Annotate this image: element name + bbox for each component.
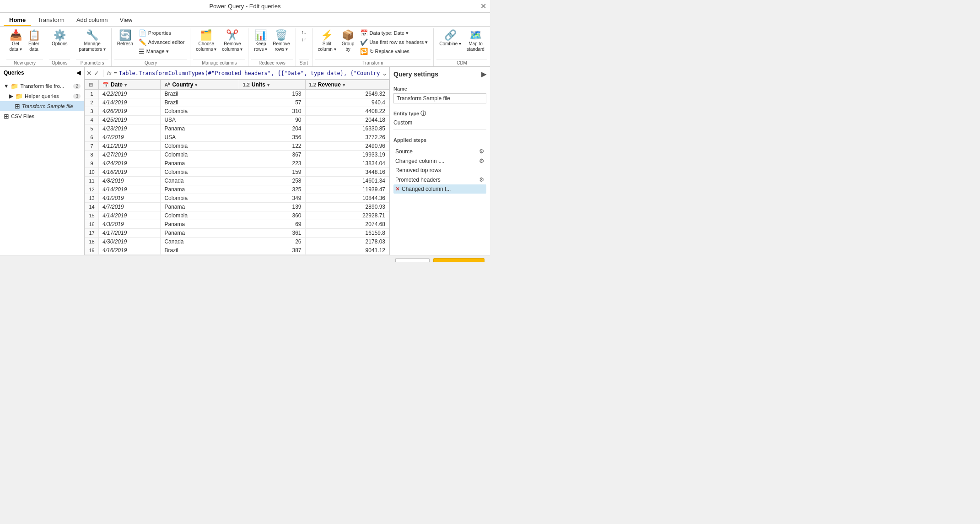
col-header-country[interactable]: Aᵇ Country ▾ [161,80,239,90]
properties-button[interactable]: 📄 Properties [136,28,188,38]
tab-view[interactable]: View [114,15,138,26]
replace-values-button[interactable]: 🔁 ↻ Replace values [357,47,431,56]
table-row[interactable]: 13 4/1/2019 Colombia 349 10844.36 [85,194,389,203]
applied-step-item[interactable]: Removed top rows [393,166,486,175]
tab-home[interactable]: Home [4,15,31,26]
cell-revenue: 11939.47 [305,185,389,194]
accept-step-icon[interactable]: ✓ [94,70,99,77]
query-item-helper-queries[interactable]: ▶ 📁 Helper queries 3 [0,91,84,101]
sort-asc-button[interactable]: ↑↓ [299,28,309,36]
combine-button[interactable]: 🔗 Combine ▾ [436,28,464,49]
table-row[interactable]: 9 4/24/2019 Panama 223 13834.04 [85,159,389,168]
table-row[interactable]: 11 4/8/2019 Canada 258 14601.34 [85,177,389,185]
revenue-filter-icon[interactable]: ▾ [343,82,345,87]
table-row[interactable]: 7 4/11/2019 Colombia 122 2490.96 [85,142,389,151]
ribbon-group-sort: ↑↓ ↓↑ Sort [296,28,312,66]
close-button[interactable]: ✕ [480,3,486,10]
split-column-button[interactable]: ⚡ Splitcolumn ▾ [315,28,339,54]
date-filter-icon[interactable]: ▾ [124,82,127,87]
applied-step-item[interactable]: Promoted headers⚙ [393,175,486,184]
query-item-transform-sample[interactable]: ⊞ Transform Sample file [0,101,84,111]
table-row[interactable]: 12 4/14/2019 Panama 325 11939.47 [85,185,389,194]
cancel-button[interactable]: Cancel [395,258,430,262]
properties-icon: 📄 [139,29,146,37]
cell-revenue: 2178.03 [305,238,389,246]
table-row[interactable]: 5 4/23/2019 Panama 204 16330.85 [85,124,389,133]
table-row[interactable]: 8 4/27/2019 Colombia 367 19933.19 [85,151,389,159]
cell-date: 4/1/2019 [99,194,161,203]
row-num: 16 [85,220,99,229]
applied-steps-list: Source⚙Changed column t...⚙Removed top r… [393,146,486,194]
data-grid-wrap[interactable]: ⊞ 📅 Date ▾ Aᵇ [85,80,389,255]
remove-rows-button[interactable]: 🗑️ Removerows ▾ [270,28,292,54]
name-field[interactable]: Transform Sample file [393,93,486,103]
map-to-standard-button[interactable]: 🗺️ Map tostandard [464,28,487,54]
table-row[interactable]: 18 4/30/2019 Canada 26 2178.03 [85,238,389,246]
cell-units: 258 [239,177,305,185]
table-row[interactable]: 1 4/22/2019 Brazil 153 2649.32 [85,90,389,98]
table-row[interactable]: 17 4/17/2019 Panama 361 16159.8 [85,229,389,238]
formula-expand-icon[interactable]: ⌄ [382,70,388,77]
table-row[interactable]: 6 4/7/2019 USA 356 3772.26 [85,133,389,142]
queries-collapse-icon[interactable]: ◀ [76,70,81,76]
sort-desc-button[interactable]: ↓↑ [299,36,309,43]
step-gear-icon[interactable]: ⚙ [479,148,485,155]
table-row[interactable]: 4 4/25/2019 USA 90 2044.18 [85,116,389,124]
remove-columns-button[interactable]: ✂️ Removecolumns ▾ [219,28,245,54]
ribbon-group-options: ⚙️ Options Options [46,28,73,66]
cell-revenue: 13834.04 [305,159,389,168]
settings-expand-icon[interactable]: ▶ [481,70,486,78]
use-first-row-button[interactable]: ✔️ Use first row as headers ▾ [357,38,431,47]
col-header-date[interactable]: 📅 Date ▾ [99,80,161,90]
table-row[interactable]: 3 4/26/2019 Colombia 310 4408.22 [85,107,389,116]
table-row[interactable]: 2 4/14/2019 Brazil 57 940.4 [85,98,389,107]
enter-data-button[interactable]: 📋 Enterdata [25,28,43,54]
keep-rows-button[interactable]: 📊 Keeprows ▾ [251,28,270,54]
cell-date: 4/26/2019 [99,107,161,116]
advanced-editor-icon: ✏️ [139,38,146,46]
new-query-group-label: New query [6,59,43,66]
query-item-csv-files[interactable]: ⊞ CSV Files [0,111,84,121]
table-row[interactable]: 15 4/14/2019 Colombia 360 22928.71 [85,211,389,220]
query-item-transform-file[interactable]: ▼ 📁 Transform file fro... 2 [0,81,84,91]
table-row[interactable]: 19 4/16/2019 Brazil 387 9041.12 [85,246,389,255]
applied-step-item[interactable]: Source⚙ [393,146,486,156]
options-button[interactable]: ⚙️ Options [49,28,70,49]
manage-button[interactable]: ☰ Manage ▾ [136,47,188,56]
table-row[interactable]: 10 4/16/2019 Colombia 159 3448.16 [85,168,389,177]
step-delete-icon[interactable]: ✕ [395,186,400,192]
applied-step-item[interactable]: ✕Changed column t... [393,184,486,194]
choose-columns-button[interactable]: 🗂️ Choosecolumns ▾ [193,28,219,54]
units-filter-icon[interactable]: ▾ [267,82,269,87]
tab-transform[interactable]: Transform [32,15,70,26]
save-close-button[interactable]: Save & close [433,258,485,262]
manage-parameters-button[interactable]: 🔧 Manageparameters ▾ [76,28,108,54]
cell-units: 310 [239,107,305,116]
refresh-button[interactable]: 🔄 Refresh [114,28,136,49]
entity-type-info-icon[interactable]: ⓘ [420,110,426,117]
group-by-button[interactable]: 📦 Groupby [339,28,357,54]
data-type-button[interactable]: 📅 Data type: Date ▾ [357,28,431,38]
delete-step-icon[interactable]: ✕ [86,70,92,77]
step-gear-icon[interactable]: ⚙ [479,157,485,164]
table-row[interactable]: 14 4/7/2019 Panama 139 2890.93 [85,203,389,211]
get-data-button[interactable]: 📥 Getdata ▾ [6,28,25,54]
data-type-icon: 📅 [360,29,368,37]
country-filter-icon[interactable]: ▾ [195,82,197,87]
applied-step-item[interactable]: Changed column t...⚙ [393,156,486,166]
table-icon-csv: ⊞ [4,113,9,120]
applied-steps-label: Applied steps [393,137,486,143]
cell-date: 4/16/2019 [99,168,161,177]
advanced-editor-button[interactable]: ✏️ Advanced editor [136,38,188,47]
step-gear-icon[interactable]: ⚙ [479,176,485,183]
formula-input[interactable] [119,70,380,76]
choose-columns-icon: 🗂️ [200,30,212,40]
col-header-revenue[interactable]: 1.2 Revenue ▾ [305,80,389,90]
query-item-label-sample: Transform Sample file [22,103,73,109]
table-row[interactable]: 16 4/3/2019 Panama 69 2074.68 [85,220,389,229]
sort-desc-icon: ↓↑ [302,37,307,42]
query-col: 📄 Properties ✏️ Advanced editor ☰ Manage… [136,28,188,56]
keep-rows-icon: 📊 [254,30,267,40]
tab-add-column[interactable]: Add column [71,15,113,26]
col-header-units[interactable]: 1.2 Units ▾ [239,80,305,90]
